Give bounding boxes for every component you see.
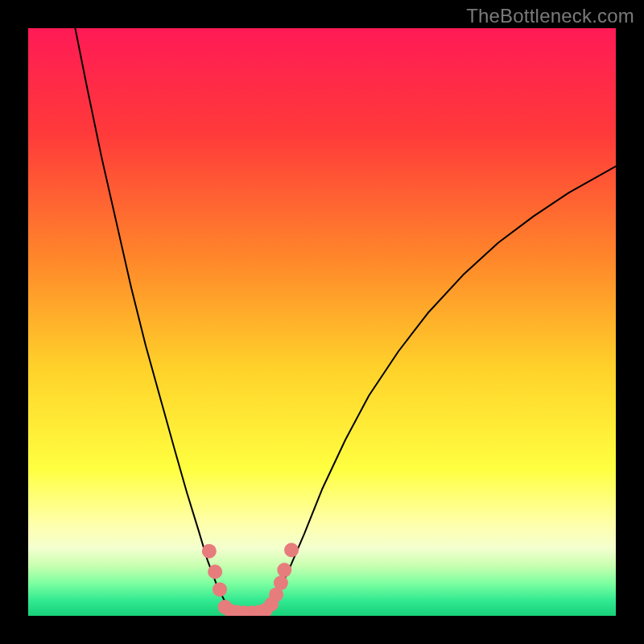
overlay-dot [277,563,291,577]
chart-svg [28,28,616,616]
overlay-dot [208,564,222,579]
overlay-dot [202,544,217,559]
chart-frame: TheBottleneck.com [0,0,644,644]
overlay-dot [274,576,288,590]
gradient-background [28,28,616,616]
overlay-dot [213,582,227,597]
overlay-dot [284,543,299,557]
watermark-text: TheBottleneck.com [466,5,634,27]
plot-area [28,28,616,616]
